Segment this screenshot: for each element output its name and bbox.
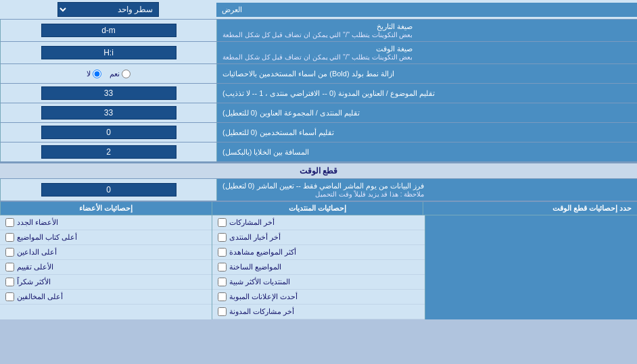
- date-format-row: صيغة التاريخ بعض التكوينات يتطلب "/" الت…: [0, 20, 637, 42]
- cuttime-input-cell: [0, 179, 216, 201]
- radio-no[interactable]: [93, 70, 101, 78]
- display-label: العرض: [216, 3, 637, 17]
- cell-spacing-input-cell: [0, 142, 216, 161]
- radio-no-label[interactable]: لا: [87, 70, 101, 78]
- bold-radio-cell: نعم لا: [0, 64, 216, 83]
- checkbox-body: أخر المشاركات أخر أخبار المنتدى أكثر الم…: [0, 215, 637, 319]
- cb-members-4: الأعلى تقييم: [0, 260, 212, 275]
- trim-forum-input-cell: [0, 103, 216, 122]
- cuttime-section-header: قطع الوقت: [0, 162, 637, 179]
- cuttime-label: فرز البيانات من يوم الماشر الماضي فقط --…: [216, 179, 637, 201]
- cb-members-6: أعلى المخالفين: [0, 290, 212, 305]
- cell-spacing-row: المسافة بين الخلايا (بالبكسل): [0, 142, 637, 162]
- checkbox-header-row: حدد إحصائيات قطع الوقت إحصائيات المنتديا…: [0, 202, 637, 215]
- cell-spacing-label: المسافة بين الخلايا (بالبكسل): [216, 142, 637, 161]
- trim-forum-input[interactable]: [41, 106, 176, 120]
- members-stats-col: الأعضاء الجدد أعلى كتاب المواضيع أعلى ال…: [0, 215, 212, 319]
- cuttime-row: فرز البيانات من يوم الماشر الماضي فقط --…: [0, 179, 637, 201]
- bold-label: ازالة نمط بولد (Bold) من اسماء المستخدمي…: [216, 64, 637, 83]
- posts-stats-header: إحصائيات المنتديات: [212, 202, 423, 215]
- cb-members-1: الأعضاء الجدد: [0, 215, 212, 230]
- bold-row: ازالة نمط بولد (Bold) من اسماء المستخدمي…: [0, 64, 637, 84]
- cb-posts-5: المنتديات الأكثر شبية: [212, 275, 424, 290]
- trim-users-input[interactable]: [41, 126, 176, 139]
- trim-subject-input-cell: [0, 84, 216, 103]
- display-select[interactable]: سطر واحد سطرين ثلاثة أسطر: [57, 2, 159, 17]
- cb-members-2: أعلى كتاب المواضيع: [0, 230, 212, 245]
- cb-posts-7-check[interactable]: [218, 307, 227, 316]
- cb-posts-2: أخر أخبار المنتدى: [212, 230, 424, 245]
- cb-posts-4: المواضيع الساخنة: [212, 260, 424, 275]
- cb-posts-5-check[interactable]: [218, 278, 227, 286]
- time-format-input-cell: [0, 42, 216, 63]
- radio-yes[interactable]: [122, 70, 131, 78]
- cb-posts-3: أكثر المواضيع مشاهدة: [212, 245, 424, 260]
- trim-forum-label: تقليم المنتدى / المجموعة العناوين (0 للت…: [216, 103, 637, 122]
- cb-posts-4-check[interactable]: [218, 263, 227, 271]
- time-format-row: صيغة الوقت بعض التكوينات يتطلب "/" التي …: [0, 42, 637, 64]
- trim-users-input-cell: [0, 123, 216, 142]
- checkbox-spacer-col: [425, 215, 637, 319]
- time-format-input[interactable]: [41, 46, 176, 59]
- date-format-label: صيغة التاريخ بعض التكوينات يتطلب "/" الت…: [216, 20, 637, 41]
- display-select-cell: سطر واحد سطرين ثلاثة أسطر: [0, 0, 216, 19]
- trim-forum-row: تقليم المنتدى / المجموعة العناوين (0 للت…: [0, 103, 637, 123]
- cb-posts-7: أخر مشاركات المدونة: [212, 305, 424, 319]
- trim-users-label: تقليم أسماء المستخدمين (0 للتعطيل): [216, 123, 637, 142]
- time-format-label: صيغة الوقت بعض التكوينات يتطلب "/" التي …: [216, 42, 637, 63]
- cb-members-2-check[interactable]: [5, 233, 14, 242]
- trim-subject-input[interactable]: [41, 86, 176, 100]
- members-stats-header: إحصائيات الأعضاء: [0, 202, 212, 215]
- cb-posts-6-check[interactable]: [218, 292, 227, 301]
- cb-posts-3-check[interactable]: [218, 248, 227, 257]
- cb-members-5: الأكثر شكراً: [0, 275, 212, 290]
- cb-members-3: أعلى الداعين: [0, 245, 212, 260]
- cell-spacing-input[interactable]: [41, 145, 176, 159]
- posts-stats-col: أخر المشاركات أخر أخبار المنتدى أكثر الم…: [212, 215, 424, 319]
- cb-members-6-check[interactable]: [5, 292, 14, 301]
- trim-subject-label: تقليم الموضوع / العناوين المدونة (0 -- ا…: [216, 84, 637, 103]
- cb-posts-2-check[interactable]: [218, 233, 227, 242]
- cb-members-5-check[interactable]: [5, 278, 14, 286]
- trim-users-row: تقليم أسماء المستخدمين (0 للتعطيل): [0, 123, 637, 142]
- cb-posts-1: أخر المشاركات: [212, 215, 424, 230]
- date-format-input-cell: [0, 20, 216, 41]
- trim-subject-row: تقليم الموضوع / العناوين المدونة (0 -- ا…: [0, 84, 637, 103]
- cb-members-4-check[interactable]: [5, 263, 14, 271]
- cb-members-1-check[interactable]: [5, 218, 14, 227]
- display-row: العرض سطر واحد سطرين ثلاثة أسطر: [0, 0, 637, 20]
- cb-members-3-check[interactable]: [5, 248, 14, 257]
- cuttime-input[interactable]: [41, 183, 176, 197]
- cb-posts-1-check[interactable]: [218, 218, 227, 227]
- date-format-input[interactable]: [41, 24, 176, 37]
- cb-posts-6: أحدث الإعلانات المبوبة: [212, 290, 424, 305]
- checkbox-section: حدد إحصائيات قطع الوقت إحصائيات المنتديا…: [0, 201, 637, 319]
- radio-yes-label[interactable]: نعم: [110, 70, 131, 78]
- limit-stats-header: حدد إحصائيات قطع الوقت: [423, 202, 637, 215]
